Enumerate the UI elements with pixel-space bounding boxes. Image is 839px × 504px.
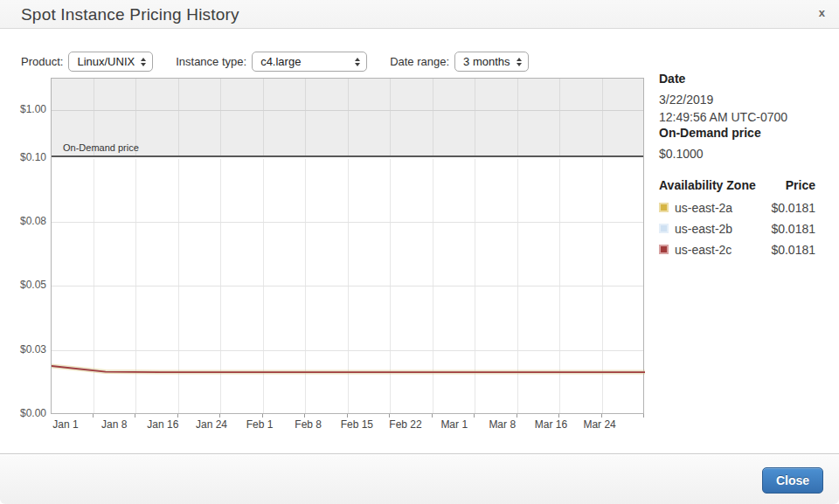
az-zone-name: us-east-2a <box>675 201 732 215</box>
date-value-line2: 12:49:56 AM UTC-0700 <box>659 109 815 127</box>
product-select-value: Linux/UNIX <box>77 55 135 68</box>
table-row: us-east-2b $0.0181 <box>659 220 815 238</box>
date-value: 3/22/2019 12:49:56 AM UTC-0700 <box>659 92 815 126</box>
y-axis-labels: $1.00 $0.10 $0.08 $0.05 $0.03 $0.00 <box>0 78 46 414</box>
y-tick: $0.10 <box>20 151 46 163</box>
product-label: Product: <box>21 55 63 68</box>
y-tick: $0.08 <box>20 215 46 227</box>
az-zone-cell: us-east-2c <box>659 243 732 257</box>
az-price-cell: $0.0181 <box>771 243 815 257</box>
x-tick: Jan 8 <box>101 418 127 431</box>
x-tick: Feb 15 <box>341 418 373 431</box>
x-tick: Mar 16 <box>535 418 567 431</box>
y-tick: $0.00 <box>20 407 46 419</box>
x-tick: Mar 1 <box>440 418 468 431</box>
x-tick: Feb 22 <box>389 418 421 431</box>
product-select[interactable]: Linux/UNIX <box>68 52 153 72</box>
availability-zone-table: Availability Zone Price us-east-2a $0.01… <box>659 178 815 259</box>
gridline-005 <box>52 286 643 287</box>
date-range-select[interactable]: 3 months <box>454 52 528 72</box>
date-range-select-value: 3 months <box>463 55 510 68</box>
x-tick: Mar 24 <box>583 418 615 431</box>
date-value-line1: 3/22/2019 <box>659 92 815 109</box>
instance-type-select-value: c4.large <box>260 55 301 68</box>
close-button[interactable]: Close <box>762 467 823 494</box>
dialog-titlebar: Spot Instance Pricing History x <box>0 0 839 29</box>
dialog-title: Spot Instance Pricing History <box>21 5 239 24</box>
select-stepper-icon <box>141 58 146 66</box>
on-demand-value: $0.1000 <box>659 146 815 163</box>
x-tick: Jan 1 <box>52 418 78 431</box>
close-icon[interactable]: x <box>819 7 825 18</box>
below-on-demand-region <box>52 159 643 413</box>
date-range-label: Date range: <box>390 55 449 68</box>
chart-controls: Product: Linux/UNIX Instance type: c4.la… <box>21 52 529 72</box>
x-tick: Feb 1 <box>246 418 274 431</box>
y-tick: $0.05 <box>20 279 46 291</box>
az-price-cell: $0.0181 <box>771 201 815 215</box>
legend-swatch-us-east-2a <box>659 203 669 212</box>
az-price-header: Price <box>786 178 815 192</box>
gridline-008 <box>52 222 643 223</box>
date-heading: Date <box>659 72 815 86</box>
instance-type-label: Instance type: <box>176 55 246 68</box>
x-tick: Feb 8 <box>295 418 322 431</box>
on-demand-price-label: On-Demand price <box>63 142 139 153</box>
gridline-1-dollar <box>52 110 643 111</box>
az-zone-name: us-east-2c <box>675 243 732 257</box>
dialog-footer: Close <box>0 453 839 504</box>
x-tick: Mar 8 <box>489 418 516 431</box>
legend-swatch-us-east-2c <box>659 245 669 254</box>
az-table-header: Availability Zone Price <box>659 178 815 192</box>
on-demand-heading: On-Demand price <box>659 126 815 140</box>
x-tick: Jan 16 <box>147 418 178 431</box>
az-zone-name: us-east-2b <box>675 222 732 236</box>
table-row: us-east-2a $0.0181 <box>659 199 815 217</box>
az-zone-cell: us-east-2a <box>659 201 732 215</box>
table-row: us-east-2c $0.0181 <box>659 241 815 259</box>
y-tick: $0.03 <box>20 343 46 356</box>
legend-swatch-us-east-2b <box>659 224 669 233</box>
instance-type-select[interactable]: c4.large <box>252 52 367 72</box>
x-axis-labels: Jan 1 Jan 8 Jan 16 Jan 24 Feb 1 Feb 8 Fe… <box>51 418 644 432</box>
select-stepper-icon <box>355 58 360 66</box>
details-panel: Date 3/22/2019 12:49:56 AM UTC-0700 On-D… <box>659 72 815 259</box>
select-stepper-icon <box>517 58 522 66</box>
gridline-003 <box>52 350 643 351</box>
pricing-chart-plot[interactable]: On-Demand price <box>51 78 644 414</box>
above-on-demand-region: On-Demand price <box>52 79 643 157</box>
x-tick: Jan 24 <box>196 418 227 431</box>
x-axis-tickmarks <box>51 414 644 418</box>
y-tick: $1.00 <box>20 103 46 115</box>
az-zone-header: Availability Zone <box>659 178 756 192</box>
az-zone-cell: us-east-2b <box>659 222 732 236</box>
spot-pricing-dialog: Spot Instance Pricing History x Product:… <box>0 0 839 504</box>
az-price-cell: $0.0181 <box>771 222 815 236</box>
